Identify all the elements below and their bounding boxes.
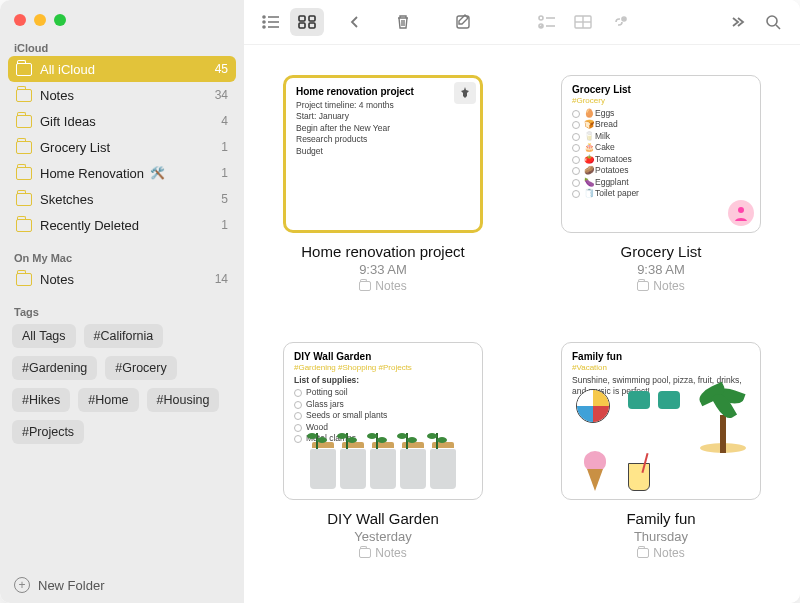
new-note-button[interactable] [446,8,480,36]
note-card-home-renovation[interactable]: Home renovation project Project timeline… [274,75,492,324]
folder-icon [16,141,32,154]
note-card-family-fun[interactable]: Family fun #Vacation Sunshine, swimming … [552,342,770,591]
back-button[interactable] [338,8,372,36]
folder-count: 45 [215,62,228,76]
note-title: Family fun [626,510,695,527]
delete-button[interactable] [386,8,420,36]
folder-label: Notes [40,88,74,103]
note-preview: Home renovation project Project timeline… [283,75,483,233]
folder-all-icloud[interactable]: All iCloud 45 [8,56,236,82]
note-title: Home renovation project [301,243,464,260]
preview-image-icon [572,385,750,493]
tag-gardening[interactable]: #Gardening [12,356,97,380]
preview-title: Family fun [572,351,750,362]
preview-title: Grocery List [572,84,750,95]
note-location: Notes [637,546,684,560]
tag-hikes[interactable]: #Hikes [12,388,70,412]
folder-label: Grocery List [40,140,110,155]
note-location: Notes [359,279,406,293]
close-window-button[interactable] [14,14,26,26]
table-button[interactable] [566,8,600,36]
note-location: Notes [637,279,684,293]
link-button[interactable] [602,8,636,36]
folder-notes[interactable]: Notes 34 [8,82,236,108]
more-button[interactable] [720,8,754,36]
note-title: Grocery List [621,243,702,260]
format-button[interactable]: Aa [494,8,528,36]
note-preview: Grocery List #Grocery 🥚Eggs 🍞Bread 🥛Milk… [561,75,761,233]
search-button[interactable] [756,8,790,36]
minimize-window-button[interactable] [34,14,46,26]
folder-icon [16,63,32,76]
folder-grocery-list[interactable]: Grocery List 1 [8,134,236,160]
svg-rect-8 [299,23,305,28]
view-gallery-button[interactable] [290,8,324,36]
svg-point-0 [263,16,265,18]
folder-icon [16,89,32,102]
folder-label: Recently Deleted [40,218,139,233]
preview-title: Home renovation project [296,86,470,97]
folder-icon [16,115,32,128]
folder-count: 1 [221,218,228,232]
onmymac-folder-list: Notes 14 [0,266,244,292]
note-time: Thursday [634,529,688,544]
note-time: 9:38 AM [637,262,685,277]
folder-label: Sketches [40,192,93,207]
note-card-diy-wall-garden[interactable]: DIY Wall Garden #Gardening #Shopping #Pr… [274,342,492,591]
tag-projects[interactable]: #Projects [12,420,84,444]
tag-housing[interactable]: #Housing [147,388,220,412]
section-header-tags: Tags [0,300,244,320]
folder-local-notes[interactable]: Notes 14 [8,266,236,292]
svg-rect-9 [309,23,315,28]
folder-label: Gift Ideas [40,114,96,129]
folder-count: 4 [221,114,228,128]
preview-body: Project timeline: 4 months Start: Januar… [296,100,470,157]
toolbar: Aa [244,0,800,45]
folder-gift-ideas[interactable]: Gift Ideas 4 [8,108,236,134]
svg-point-14 [539,16,543,20]
section-header-onmymac: On My Mac [0,246,244,266]
folder-count: 1 [221,166,228,180]
svg-line-25 [776,25,780,29]
note-preview: DIY Wall Garden #Gardening #Shopping #Pr… [283,342,483,500]
svg-text:Aa: Aa [501,15,516,29]
folder-icon [359,281,371,291]
hammer-icon: 🛠️ [150,166,165,180]
folder-home-renovation[interactable]: Home Renovation 🛠️ 1 [8,160,236,186]
preview-body: 🥚Eggs 🍞Bread 🥛Milk 🎂Cake 🍅Tomatoes 🥔Pota… [572,108,750,200]
svg-point-26 [738,207,744,213]
folder-icon [16,219,32,232]
tag-all[interactable]: All Tags [12,324,76,348]
note-title: DIY Wall Garden [327,510,439,527]
folder-count: 5 [221,192,228,206]
icloud-folder-list: All iCloud 45 Notes 34 Gift Ideas 4 Groc… [0,56,244,238]
tag-california[interactable]: #California [84,324,164,348]
note-card-grocery-list[interactable]: Grocery List #Grocery 🥚Eggs 🍞Bread 🥛Milk… [552,75,770,324]
folder-icon [359,548,371,558]
sidebar: iCloud All iCloud 45 Notes 34 Gift Ideas… [0,0,244,603]
preview-image-icon [284,449,482,499]
folder-icon [637,548,649,558]
preview-body: List of supplies: Potting soil Glass jar… [294,375,472,445]
folder-recently-deleted[interactable]: Recently Deleted 1 [8,212,236,238]
folder-icon [16,193,32,206]
folder-count: 14 [215,272,228,286]
folder-icon [637,281,649,291]
folder-sketches[interactable]: Sketches 5 [8,186,236,212]
tag-home[interactable]: #Home [78,388,138,412]
new-folder-label: New Folder [38,578,104,593]
preview-title: DIY Wall Garden [294,351,472,362]
new-folder-button[interactable]: + New Folder [0,567,244,603]
window-controls [0,0,244,36]
checklist-button[interactable] [530,8,564,36]
view-list-button[interactable] [254,8,288,36]
tags-list: All Tags #California #Gardening #Grocery… [0,320,244,450]
folder-icon [16,273,32,286]
maximize-window-button[interactable] [54,14,66,26]
folder-count: 1 [221,140,228,154]
tag-grocery[interactable]: #Grocery [105,356,176,380]
note-preview: Family fun #Vacation Sunshine, swimming … [561,342,761,500]
folder-label: Notes [40,272,74,287]
note-time: 9:33 AM [359,262,407,277]
note-location: Notes [359,546,406,560]
